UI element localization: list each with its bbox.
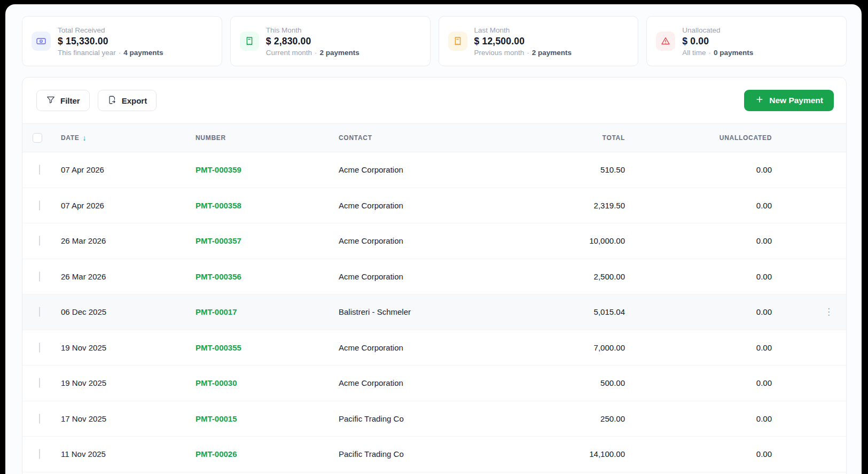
new-payment-button[interactable]: New Payment [744,90,834,111]
payment-date: 26 Mar 2026 [54,236,189,245]
payment-unallocated: 0.00 [631,201,778,210]
payment-date: 19 Nov 2025 [54,378,189,387]
kebab-menu-icon[interactable]: ⋮ [778,307,846,316]
stat-label: This Month [266,26,359,34]
app-window: Total Received $ 15,330.00 This financia… [5,4,862,474]
payment-contact: Pacific Trading Co [332,414,528,423]
row-checkbox[interactable] [39,378,40,388]
receipt-icon [240,32,259,51]
row-checkbox[interactable] [39,271,40,282]
payment-contact: Acme Corporation [332,236,528,245]
payment-contact: Acme Corporation [332,272,528,281]
payment-unallocated: 0.00 [631,165,778,174]
table-toolbar: Filter Export New Payment [22,77,846,123]
payment-date: 26 Mar 2026 [54,272,189,281]
stat-card-unallocated: Unallocated $ 0.00 All time·0 payments [646,16,847,66]
payment-date: 07 Apr 2026 [54,201,189,210]
column-header-number[interactable]: NUMBER [189,134,332,142]
payment-total: 2,500.00 [528,272,631,281]
table-row[interactable]: 26 Mar 2026 PMT-000356 Acme Corporation … [22,259,846,295]
payment-number-link[interactable]: PMT-000355 [189,343,332,352]
table-row[interactable]: 11 Nov 2025 PMT-00026 Pacific Trading Co… [22,437,846,472]
payment-total: 2,319.50 [528,201,631,210]
row-checkbox[interactable] [39,449,40,459]
payment-total: 10,000.00 [528,236,631,245]
table-row[interactable]: 19 Nov 2025 PMT-00030 Acme Corporation 5… [22,366,846,401]
payment-contact: Acme Corporation [332,378,528,387]
column-header-contact[interactable]: CONTACT [332,134,528,142]
column-header-unallocated[interactable]: UNALLOCATED [631,134,778,142]
stat-label: Total Received [58,26,163,34]
payment-unallocated: 0.00 [631,414,778,423]
stat-value: $ 12,500.00 [474,36,572,47]
payment-unallocated: 0.00 [631,307,778,316]
export-icon [107,95,117,106]
stat-card-total-received: Total Received $ 15,330.00 This financia… [22,16,222,66]
payment-number-link[interactable]: PMT-00030 [189,378,332,387]
warning-icon [656,32,675,51]
stat-value: $ 0.00 [682,36,753,47]
payment-total: 14,100.00 [528,449,631,459]
funnel-icon [46,95,56,106]
payments-table-card: Filter Export New Payment DATE ↓ NUMBER … [22,77,847,474]
column-header-date[interactable]: DATE ↓ [54,134,189,142]
payment-number-link[interactable]: PMT-00015 [189,414,332,423]
stat-card-this-month: This Month $ 2,830.00 Current month·2 pa… [230,16,431,66]
export-button[interactable]: Export [98,90,157,111]
table-header-row: DATE ↓ NUMBER CONTACT TOTAL UNALLOCATED [22,123,846,152]
receipt-icon [448,32,467,51]
stat-subtitle: Current month·2 payments [266,49,359,57]
stat-subtitle: This financial year·4 payments [58,49,163,57]
table-row[interactable]: 19 Nov 2025 PMT-000355 Acme Corporation … [22,330,846,366]
payment-unallocated: 0.00 [631,449,778,459]
table-row[interactable]: 26 Mar 2026 PMT-000357 Acme Corporation … [22,223,846,259]
filter-button[interactable]: Filter [36,90,90,111]
payment-date: 11 Nov 2025 [54,449,189,459]
payment-contact: Acme Corporation [332,343,528,352]
payment-number-link[interactable]: PMT-000358 [189,201,332,210]
stat-subtitle: Previous month·2 payments [474,49,572,57]
stat-value: $ 2,830.00 [266,36,359,47]
row-checkbox[interactable] [39,236,40,246]
stat-card-last-month: Last Month $ 12,500.00 Previous month·2 … [439,16,639,66]
table-row[interactable]: 07 Apr 2026 PMT-000359 Acme Corporation … [22,152,846,188]
payment-date: 17 Nov 2025 [54,414,189,423]
payment-total: 250.00 [528,414,631,423]
payment-total: 510.50 [528,165,631,174]
select-all-checkbox[interactable] [33,133,42,143]
payment-contact: Acme Corporation [332,165,528,174]
payment-contact: Pacific Trading Co [332,449,528,459]
banknote-icon [32,32,51,51]
payment-unallocated: 0.00 [631,343,778,352]
payment-number-link[interactable]: PMT-000357 [189,236,332,245]
row-checkbox[interactable] [39,307,40,317]
payment-unallocated: 0.00 [631,378,778,387]
payment-date: 06 Dec 2025 [54,307,189,316]
table-row[interactable]: 07 Apr 2026 PMT-000358 Acme Corporation … [22,188,846,224]
stat-subtitle: All time·0 payments [682,49,753,57]
stat-value: $ 15,330.00 [58,36,163,47]
payment-number-link[interactable]: PMT-000359 [189,165,332,174]
payment-number-link[interactable]: PMT-000356 [189,272,332,281]
row-checkbox[interactable] [39,165,40,175]
table-row[interactable]: 17 Nov 2025 PMT-00015 Pacific Trading Co… [22,401,846,437]
payment-number-link[interactable]: PMT-00017 [189,307,332,316]
table-row-hovered[interactable]: 06 Dec 2025 PMT-00017 Balistreri - Schme… [22,294,846,330]
payment-date: 07 Apr 2026 [54,165,189,174]
payment-unallocated: 0.00 [631,272,778,281]
plus-icon [755,95,764,106]
stat-label: Unallocated [682,26,753,34]
row-checkbox[interactable] [39,414,40,424]
sort-desc-icon: ↓ [83,134,87,142]
stats-row: Total Received $ 15,330.00 This financia… [22,16,847,66]
column-header-total[interactable]: TOTAL [528,134,631,142]
payment-total: 500.00 [528,378,631,387]
stat-label: Last Month [474,26,572,34]
payment-total: 7,000.00 [528,343,631,352]
row-checkbox[interactable] [39,200,40,211]
payment-contact: Balistreri - Schmeler [332,307,528,316]
payment-date: 19 Nov 2025 [54,343,189,352]
payment-total: 5,015.04 [528,307,631,316]
payment-number-link[interactable]: PMT-00026 [189,449,332,459]
row-checkbox[interactable] [39,343,40,353]
